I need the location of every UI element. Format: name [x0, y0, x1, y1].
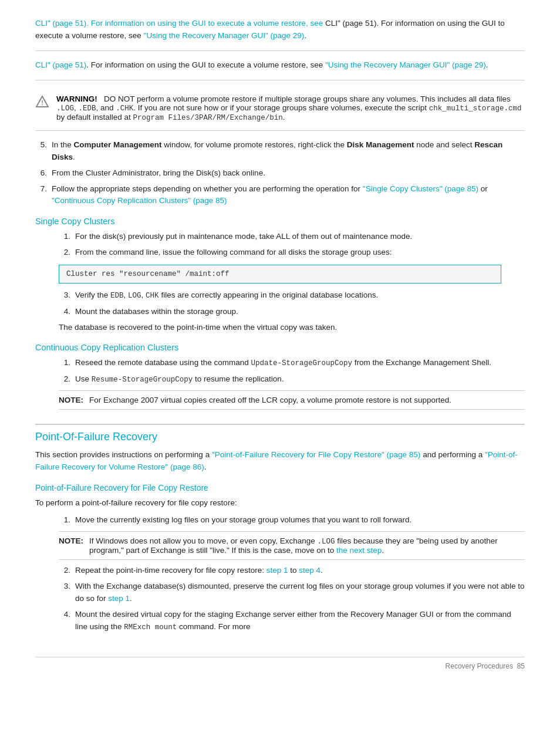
continuous-copy-steps: 1. Reseed the remote database using the … — [59, 357, 525, 386]
single-copy-step-1: 1. For the disk(s) previously put in mai… — [59, 231, 525, 243]
continuous-copy-step-2: 2. Use Resume-StorageGroupCopy to resume… — [59, 373, 525, 386]
svg-text:!: ! — [41, 99, 43, 106]
warning-block: ! WARNING! DO NOT perform a volume promo… — [35, 89, 525, 131]
recovery-gui-link[interactable]: "Using the Recovery Manager GUI" (page 2… — [144, 31, 305, 40]
update-storage-group-copy: Update-StorageGroupCopy — [251, 359, 352, 367]
pof-file-copy-link[interactable]: "Point-of-Failure Recovery for File Copy… — [212, 450, 420, 459]
intro-para: CLI" (page 51). For information on using… — [35, 59, 525, 80]
single-copy-step-3: 3. Verify the EDB, LOG, CHK files are co… — [59, 289, 525, 302]
single-copy-clusters-heading: Single Copy Clusters — [35, 217, 525, 226]
cli-link[interactable]: CLI" (page 51). For information on using… — [35, 19, 325, 28]
warning-path: Program Files/3PAR/RM/Exchange/bin — [133, 114, 283, 122]
cluster-res-code: Cluster res "resourcename" /maint:off — [59, 265, 501, 283]
edb-code: EDB — [110, 292, 124, 300]
step-7: 7. Follow the appropriate steps dependin… — [35, 183, 525, 208]
windows-log-note-text: If Windows does not allow you to move, o… — [89, 536, 525, 555]
single-copy-step-4: 4. Mount the databases within the storag… — [59, 306, 525, 318]
page-footer: Recovery Procedures 85 — [35, 657, 525, 670]
lcr-note: NOTE: For Exchange 2007 virtual copies c… — [59, 390, 525, 410]
pof-step-4: 4. Mount the desired virtual copy for th… — [59, 609, 525, 633]
computer-management-bold: Computer Management — [74, 140, 162, 149]
resume-storage-group-copy: Resume-StorageGroupCopy — [92, 376, 193, 384]
page-number: 85 — [517, 662, 525, 670]
continuous-copy-heading: Continuous Copy Replication Clusters — [35, 343, 525, 352]
rmexch-mount: RMExch mount — [124, 623, 177, 632]
warning-files: .LOG — [56, 104, 74, 113]
warning-files-edb: .EDB — [79, 104, 96, 113]
disk-management-bold: Disk Management — [347, 140, 414, 149]
note-label-2: NOTE: — [59, 536, 83, 555]
single-copy-link[interactable]: "Single Copy Clusters" (page 85) — [363, 184, 478, 193]
windows-log-note: NOTE: If Windows does not allow you to m… — [59, 531, 525, 560]
recovery-manager-gui-link[interactable]: "Using the Recovery Manager GUI" (page 2… — [325, 60, 486, 69]
intro-paragraph: CLI" (page 51). For information on using… — [35, 18, 525, 51]
pof-step-3: 3. With the Exchange database(s) dismoun… — [59, 580, 525, 605]
page-content: CLI" (page 51). For information on using… — [35, 18, 525, 670]
next-step-link[interactable]: the next step — [336, 546, 382, 555]
continuous-copy-step-1: 1. Reseed the remote database using the … — [59, 357, 525, 369]
pof-intro: This section provides instructions on pe… — [35, 449, 525, 474]
log-code: LOG — [128, 292, 141, 300]
log-code-2: .LOG — [317, 538, 335, 546]
step1-link[interactable]: step 1 — [266, 566, 288, 575]
point-in-time-note: The database is recovered to the point-i… — [59, 322, 525, 334]
pof-recovery-heading: Point-Of-Failure Recovery — [35, 424, 525, 443]
pof-step-2: 2. Repeat the point-in-time recovery for… — [59, 565, 525, 577]
step1-link-2[interactable]: step 1 — [108, 594, 130, 603]
single-copy-steps-cont: 3. Verify the EDB, LOG, CHK files are co… — [59, 289, 525, 318]
pof-file-copy-intro: To perform a point-of-failure recovery f… — [35, 497, 525, 509]
step-5: 5. In the Computer Management window, fo… — [35, 139, 525, 164]
step-6: 6. From the Cluster Administrator, bring… — [35, 167, 525, 180]
single-copy-steps: 1. For the disk(s) previously put in mai… — [59, 231, 525, 259]
continuous-copy-link[interactable]: "Continuous Copy Replication Clusters" (… — [52, 196, 227, 205]
pof-step-1: 1. Move the currently existing log files… — [59, 514, 525, 526]
warning-text: WARNING! DO NOT perform a volume promote… — [56, 94, 525, 122]
warning-files-chk: .CHK — [116, 104, 133, 113]
note-text: For Exchange 2007 virtual copies created… — [89, 396, 451, 404]
warning-label: WARNING! — [56, 94, 97, 103]
cli-link[interactable]: CLI" (page 51) — [35, 60, 86, 69]
steps-5-7: 5. In the Computer Management window, fo… — [35, 139, 525, 208]
warning-icon: ! — [35, 95, 49, 109]
pof-file-copy-heading: Point-of-Failure Recovery for File Copy … — [35, 483, 525, 492]
pof-file-copy-steps: 1. Move the currently existing log files… — [59, 514, 525, 526]
chk-code: CHK — [146, 292, 159, 300]
pof-file-copy-steps-cont: 2. Repeat the point-in-time recovery for… — [59, 565, 525, 633]
warning-script: chk_multi_storage.cmd — [429, 104, 522, 113]
footer-text: Recovery Procedures — [446, 662, 513, 670]
single-copy-step-2: 2. From the command line, issue the foll… — [59, 247, 525, 259]
step4-link[interactable]: step 4 — [299, 566, 321, 575]
note-label: NOTE: — [59, 396, 83, 404]
